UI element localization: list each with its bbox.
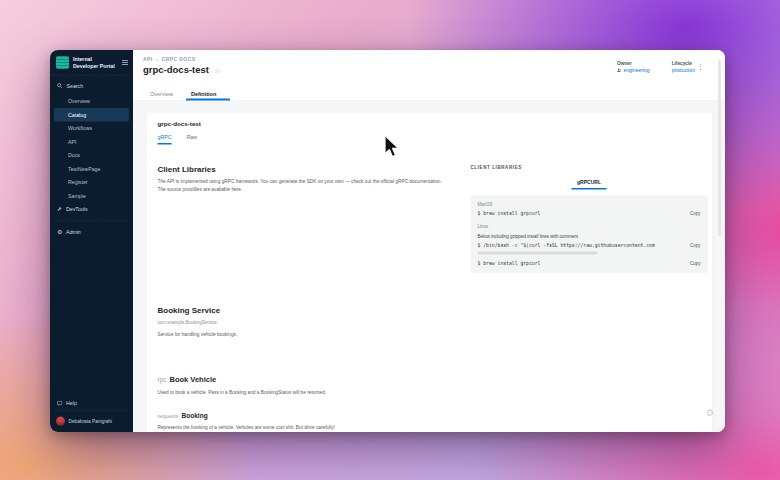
linux-install-code: $ /bin/bash -c "$(curl -fsSL https://raw… bbox=[478, 243, 684, 249]
breadcrumb[interactable]: API → GRPC DOCS bbox=[143, 57, 195, 63]
client-libraries-panel: CLIENT LIBRARIES gRPCURL MacOS $ brew in… bbox=[471, 165, 708, 431]
card-tabs: gRPC Raw bbox=[147, 128, 713, 145]
tab-raw[interactable]: Raw bbox=[187, 134, 198, 145]
devtools-label: DevTools bbox=[66, 206, 88, 212]
user-profile[interactable]: Debabrata Panigrahi bbox=[50, 412, 133, 432]
sidebar-item-register[interactable]: Register bbox=[50, 176, 133, 190]
admin-label: Admin bbox=[66, 229, 81, 235]
sidebar-item-api[interactable]: API bbox=[50, 135, 133, 149]
sidebar-item-catalog[interactable]: Catalog bbox=[54, 108, 129, 122]
linux-label: Linux bbox=[478, 224, 701, 229]
sidebar-collapse-icon[interactable] bbox=[122, 59, 128, 66]
macos-label: MacOS bbox=[478, 202, 701, 207]
app-window: Internal Developer Portal Search Overvie… bbox=[50, 50, 725, 432]
sidebar-item-testnewpage[interactable]: TestNewPage bbox=[50, 162, 133, 176]
tab-grpc[interactable]: gRPC bbox=[158, 134, 172, 145]
tab-grpcurl[interactable]: gRPCURL bbox=[572, 179, 607, 190]
linux-note: Below including gzipped install lines wi… bbox=[478, 234, 701, 239]
service-fqn: com.example.BookingService bbox=[158, 320, 471, 325]
rpc-keyword: rpc bbox=[158, 376, 167, 384]
code-row-macos: $ brew install grpcurl Copy bbox=[478, 211, 701, 217]
user-avatar bbox=[56, 417, 65, 426]
code-row-extra: $ brew install grpcurl Copy bbox=[478, 261, 701, 267]
install-codebox: MacOS $ brew install grpcurl Copy Linux … bbox=[471, 196, 708, 274]
search-icon bbox=[57, 83, 63, 89]
owner-link[interactable]: engineering bbox=[617, 68, 650, 74]
copy-button[interactable]: Copy bbox=[690, 243, 701, 248]
rpc-heading: rpcBook Vehicle bbox=[158, 375, 471, 384]
code-row-linux: $ /bin/bash -c "$(curl -fsSL https://raw… bbox=[478, 243, 701, 249]
sidebar-item-search[interactable]: Search bbox=[50, 76, 133, 93]
sidebar: Internal Developer Portal Search Overvie… bbox=[50, 50, 133, 432]
sidebar-item-admin[interactable]: ⚙ Admin bbox=[50, 225, 133, 238]
sidebar-item-docs[interactable]: Docs bbox=[50, 149, 133, 163]
wrench-icon bbox=[57, 206, 63, 212]
entity-meta: Owner engineering Lifecycle production bbox=[617, 60, 695, 73]
request-keyword: requests bbox=[158, 413, 179, 419]
sidebar-item-overview[interactable]: Overview bbox=[50, 95, 133, 109]
tab-overview[interactable]: Overview bbox=[150, 91, 173, 97]
lifecycle-block: Lifecycle production bbox=[672, 60, 695, 73]
lifecycle-value[interactable]: production bbox=[672, 68, 695, 74]
content-area: grpc-docs-test gRPC Raw Client Libraries… bbox=[133, 101, 725, 432]
user-name: Debabrata Panigrahi bbox=[69, 418, 113, 424]
owner-block: Owner engineering bbox=[617, 60, 650, 73]
app-title: Internal Developer Portal bbox=[73, 56, 118, 69]
owner-label: Owner bbox=[617, 60, 650, 66]
gear-icon: ⚙ bbox=[57, 229, 62, 235]
client-libraries-desc-1: The API is implemented using gRPC framew… bbox=[158, 179, 442, 185]
more-options-icon[interactable]: ⋮ bbox=[697, 62, 704, 70]
help-icon bbox=[57, 400, 63, 406]
client-libraries-desc-2: The source protofiles are available here… bbox=[158, 186, 243, 192]
main-area: API → GRPC DOCS grpc-docs-test ☆ Owner e… bbox=[133, 50, 725, 432]
sidebar-item-help[interactable]: Help bbox=[50, 397, 133, 410]
docs-column: Client Libraries The API is implemented … bbox=[158, 165, 471, 431]
page-header: API → GRPC DOCS grpc-docs-test ☆ Owner e… bbox=[133, 50, 725, 101]
help-label: Help bbox=[66, 400, 77, 406]
copy-button[interactable]: Copy bbox=[690, 211, 701, 216]
sidebar-item-sample[interactable]: Sample bbox=[50, 189, 133, 203]
panel-header: CLIENT LIBRARIES bbox=[471, 165, 708, 170]
request-description: Represents the booking of a vehicle. Veh… bbox=[158, 425, 471, 431]
rpc-description: Used to book a vehicle. Pass in a Bookin… bbox=[158, 389, 471, 395]
sidebar-item-devtools[interactable]: DevTools bbox=[50, 203, 133, 216]
card-title: grpc-docs-test bbox=[147, 113, 713, 128]
sidebar-search-label: Search bbox=[67, 83, 84, 89]
group-icon bbox=[617, 68, 622, 73]
page-title: grpc-docs-test bbox=[143, 65, 209, 76]
macos-install-code: $ brew install grpcurl bbox=[478, 211, 684, 217]
service-description: Service for handling vehicle bookings. bbox=[158, 332, 471, 338]
logo-row: Internal Developer Portal bbox=[50, 50, 133, 75]
vertical-scrollbar[interactable] bbox=[718, 60, 721, 236]
extra-install-code: $ brew install grpcurl bbox=[478, 261, 684, 267]
idp-logo-icon bbox=[56, 56, 69, 69]
tab-definition[interactable]: Definition bbox=[191, 91, 216, 97]
favorite-star-icon[interactable]: ☆ bbox=[214, 66, 221, 75]
sidebar-divider bbox=[55, 411, 128, 412]
entity-tabs: Overview Definition bbox=[150, 91, 216, 97]
copy-button[interactable]: Copy bbox=[690, 261, 701, 266]
service-heading: Booking Service bbox=[158, 306, 471, 315]
request-heading: requestsBooking bbox=[158, 412, 471, 420]
horizontal-scrollbar[interactable] bbox=[478, 252, 598, 255]
support-chat-icon[interactable] bbox=[706, 409, 714, 417]
sidebar-divider bbox=[55, 221, 128, 222]
lifecycle-label: Lifecycle bbox=[672, 60, 695, 66]
definition-card: grpc-docs-test gRPC Raw Client Libraries… bbox=[146, 112, 713, 432]
client-libraries-heading: Client Libraries bbox=[158, 165, 471, 174]
sidebar-item-workflows[interactable]: Workflows bbox=[50, 122, 133, 136]
sidebar-nav: Overview Catalog Workflows API Docs Test… bbox=[50, 95, 133, 203]
